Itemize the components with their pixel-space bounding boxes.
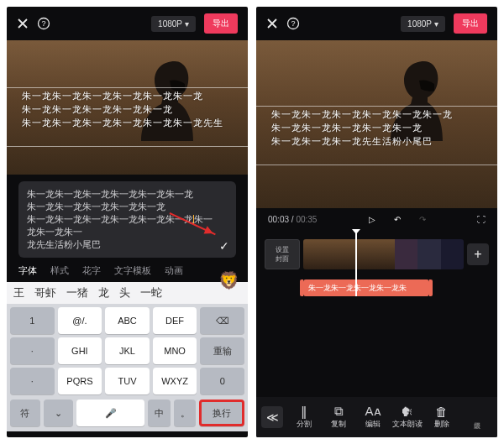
export-button[interactable]: 导出 (454, 13, 487, 34)
key[interactable]: WXYZ (153, 368, 197, 394)
overlay-line: 朱一龙朱一龙朱一龙朱一龙朱一龙朱一龙 (271, 107, 482, 121)
overlay-line: 朱一龙朱一龙朱一龙朱一龙朱一龙朱一龙 (22, 89, 233, 102)
key-zero[interactable]: 0 (200, 368, 244, 394)
suggestion[interactable]: 一蛇 (140, 285, 162, 300)
video-preview[interactable]: 朱一龙朱一龙朱一龙朱一龙朱一龙朱一龙 朱一龙朱一龙朱一龙朱一龙朱一龙 朱一龙朱一… (7, 40, 248, 175)
resolution-label: 1080P (407, 19, 432, 29)
keyboard: 1 @/. ABC DEF ⌫ · GHI JKL MNO 重输 · PQRS … (7, 304, 248, 400)
guide-line (7, 146, 248, 147)
overlay-line: 朱一龙朱一龙朱一龙朱一龙朱一龙 (271, 121, 482, 134)
text-input-box[interactable]: 朱一龙朱一龙朱一龙朱一龙朱一龙朱一龙 朱一龙朱一龙朱一龙朱一龙朱一龙 朱一龙朱一… (18, 181, 236, 258)
tool-delete[interactable]: 🗑删除 (425, 405, 458, 430)
suggestion[interactable]: 头 (119, 285, 130, 300)
tab-template[interactable]: 文字模板 (114, 264, 151, 277)
text-overlay[interactable]: 朱一龙朱一龙朱一龙朱一龙朱一龙朱一龙 朱一龙朱一龙朱一龙朱一龙朱一龙 朱一龙朱一… (7, 89, 248, 129)
guide-line (256, 165, 497, 165)
resolution-button[interactable]: 1080P▾ (151, 16, 196, 32)
key[interactable]: MNO (153, 337, 197, 364)
tool-label: 分割 (297, 420, 312, 430)
key[interactable]: · (10, 337, 55, 364)
key-mic-icon[interactable]: 🎤 (76, 400, 144, 426)
resolution-label: 1080P (158, 19, 182, 29)
guide-line (256, 106, 497, 107)
key-num[interactable]: 1 (10, 307, 55, 334)
text-track-clip[interactable]: 朱一龙朱一龙朱一龙朱一龙朱 (303, 279, 429, 296)
timeline[interactable]: 设置 封面 + 朱一龙朱一龙朱一龙朱一龙朱 (256, 231, 497, 296)
key-lang[interactable]: 中 (148, 400, 171, 426)
help-icon[interactable]: ? (286, 17, 300, 30)
video-preview[interactable]: 朱一龙朱一龙朱一龙朱一龙朱一龙朱一龙 朱一龙朱一龙朱一龙朱一龙朱一龙 朱一龙朱一… (256, 40, 497, 208)
text-overlay[interactable]: 朱一龙朱一龙朱一龙朱一龙朱一龙朱一龙 朱一龙朱一龙朱一龙朱一龙朱一龙 朱一龙朱一… (256, 107, 497, 148)
tool-tts[interactable]: 🗣文本朗读 (391, 405, 423, 430)
cover-button[interactable]: 设置 封面 (265, 239, 300, 269)
edit-icon: Aᴀ (365, 405, 381, 418)
tool-split[interactable]: ‖分割 (288, 405, 321, 430)
undo-icon[interactable]: ↶ (394, 215, 401, 224)
emoji-icon[interactable]: 🦁 (218, 270, 239, 290)
suggestion[interactable]: 龙 (98, 285, 109, 300)
key-hide-icon[interactable]: ⌄ (44, 400, 74, 426)
key-punct[interactable]: 。 (174, 400, 197, 426)
tool-edit[interactable]: Aᴀ编辑 (357, 405, 390, 430)
overlay-line: 朱一龙朱一龙朱一龙先生活粉小尾巴 (271, 134, 482, 148)
key[interactable]: PQRS (58, 368, 102, 394)
clip-thumbnails[interactable] (303, 239, 464, 269)
add-clip-button[interactable]: + (467, 243, 489, 265)
tool-label: 删除 (434, 420, 449, 430)
key[interactable]: DEF (153, 307, 197, 334)
export-button[interactable]: 导出 (204, 13, 238, 34)
overlay-line: 朱一龙朱一龙朱一龙朱一龙朱一龙 (22, 102, 233, 116)
key[interactable]: JKL (105, 337, 150, 364)
overlay-line: 朱一龙朱一龙朱一龙朱一龙朱一龙朱一龙先生 (22, 116, 233, 129)
key-backspace-icon[interactable]: ⌫ (200, 307, 244, 334)
chevron-down-icon: ▾ (185, 19, 189, 29)
suggestion[interactable]: 王 (13, 285, 24, 300)
play-icon[interactable]: ▷ (369, 215, 375, 224)
playhead[interactable] (355, 231, 357, 296)
tool-label: 编辑 (365, 420, 381, 430)
tool-label: 复制 (331, 420, 346, 430)
top-bar: ? 1080P▾ 导出 (7, 7, 248, 40)
back-icon[interactable]: ≪ (261, 406, 283, 428)
current-time: 00:03 (268, 215, 289, 224)
keyboard-suggestions: 🦁 王 哥虾 一猪 龙 头 一蛇 (7, 282, 248, 304)
tab-anim[interactable]: 动画 (165, 264, 183, 277)
top-bar: ? 1080P▾ 导出 (256, 7, 497, 40)
key[interactable]: ABC (105, 307, 150, 334)
fullscreen-icon[interactable]: ⛶ (477, 215, 486, 224)
split-icon: ‖ (301, 405, 307, 418)
input-line: 朱一龙朱一龙朱一龙朱一龙朱一龙朱一龙 (27, 214, 193, 224)
tool-copy[interactable]: ⧉复制 (323, 405, 355, 430)
key[interactable]: · (10, 368, 55, 394)
tab-fancy[interactable]: 花字 (82, 264, 101, 277)
tts-icon: 🗣 (401, 405, 413, 418)
key-symbol[interactable]: 符 (10, 400, 40, 426)
redo-icon[interactable]: ↷ (419, 215, 426, 224)
svg-text:?: ? (41, 19, 45, 28)
input-line: 朱一龙朱一龙朱一龙朱一龙朱一龙朱一龙 (27, 188, 213, 201)
keyboard-bottom: 符 ⌄ 🎤 中 。 换行 (7, 400, 248, 431)
tab-style[interactable]: 样式 (50, 264, 69, 277)
svg-text:?: ? (291, 19, 295, 28)
tool-label: 文本朗读 (392, 420, 423, 430)
key[interactable]: TUV (105, 368, 150, 394)
suggestion[interactable]: 哥虾 (34, 285, 56, 300)
close-icon[interactable] (17, 18, 29, 29)
help-icon[interactable]: ? (37, 17, 50, 30)
bottom-toolbar: ≪ ‖分割 ⧉复制 Aᴀ编辑 🗣文本朗读 🗑删除 层级 (256, 397, 497, 437)
key-enter[interactable]: 换行 (199, 400, 244, 426)
playback-bar: 00:03 / 00:35 ▷ ↶ ↷ ⛶ (256, 208, 497, 231)
input-line: 龙先生活粉小尾巴 (27, 238, 213, 251)
suggestion[interactable]: 一猪 (66, 285, 88, 300)
key[interactable]: GHI (58, 337, 102, 364)
confirm-icon[interactable]: ✓ (219, 240, 229, 253)
resolution-button[interactable]: 1080P▾ (401, 16, 445, 32)
key[interactable]: @/. (58, 307, 102, 334)
chevron-down-icon: ▾ (434, 19, 438, 29)
input-line: 朱一龙朱一龙朱一龙朱一龙朱一龙 (27, 201, 213, 213)
delete-icon: 🗑 (435, 405, 448, 418)
key-reset[interactable]: 重输 (200, 337, 244, 364)
guide-line (7, 87, 248, 88)
tab-font[interactable]: 字体 (18, 264, 37, 277)
close-icon[interactable] (266, 18, 278, 29)
